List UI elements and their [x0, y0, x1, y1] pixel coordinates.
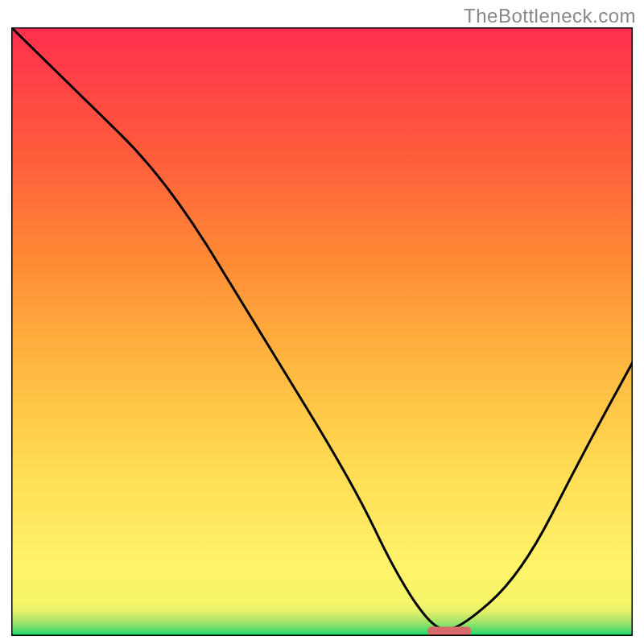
watermark-text: TheBottleneck.com — [464, 5, 636, 27]
optimal-range-marker — [427, 626, 471, 635]
chart-svg — [11, 27, 633, 636]
chart-plot — [11, 27, 633, 636]
chart-page: TheBottleneck.com — [0, 0, 644, 644]
